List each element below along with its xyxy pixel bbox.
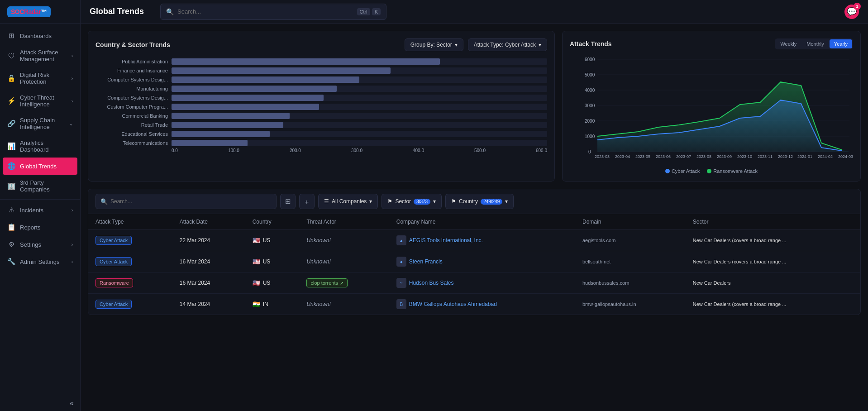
threat-actor-badge[interactable]: clop torrents ↗ [306, 278, 348, 287]
wrench-icon: 🔧 [7, 258, 15, 266]
all-companies-filter[interactable]: ☰ All Companies ▾ [318, 194, 378, 209]
sidebar-item-global-trends[interactable]: 🌐 Global Trends [3, 158, 77, 175]
country-flag: 🇺🇸 [253, 279, 260, 287]
col-company-name: Company Name [389, 214, 575, 230]
search-shortcut: Ctrl K [357, 8, 381, 15]
sidebar-item-attack-surface[interactable]: 🛡 Attack Surface Management › [0, 44, 80, 67]
ctrl-key: Ctrl [357, 8, 370, 15]
attack-type-badge: Ransomware [95, 278, 133, 287]
sector-label: Sector [395, 198, 411, 205]
country-display: 🇺🇸 US [253, 279, 292, 287]
filter-icon: ☰ [324, 198, 329, 205]
col-threat-actor: Threat Actor [299, 214, 389, 230]
chevron-down-icon: ▾ [455, 42, 458, 48]
flag-icon: ⚑ [451, 198, 456, 205]
sidebar-item-label: Cyber Threat Intelligence [20, 94, 67, 108]
table-body: Cyber Attack 22 Mar 2024 🇺🇸 US Unknown! … [88, 230, 860, 315]
svg-text:4000: 4000 [585, 88, 595, 93]
table-search-input[interactable] [110, 198, 272, 205]
axis-label: 200.0 [290, 148, 301, 153]
sidebar-item-label: 3rd Party Companies [20, 179, 73, 193]
sidebar: SOCRadar™ ⊞ Dashboards 🛡 Attack Surface … [0, 0, 81, 411]
chevron-down-icon: ▾ [369, 198, 372, 205]
company-link[interactable]: B BMW Gallops Autohaus Ahmedabad [396, 299, 568, 309]
bar-label: Finance and Insurance [95, 68, 168, 73]
bolt-icon: ⚡ [7, 97, 15, 105]
bar-label: Public Administration [95, 59, 168, 64]
country-code: IN [263, 301, 268, 307]
bar-fill [172, 76, 359, 83]
legend-ransomware-attack: Ransomware Attack [707, 168, 758, 174]
chart-card-header: Country & Sector Trends Group By: Sector… [95, 38, 547, 51]
bar-fill [172, 95, 324, 101]
country-flag: 🇮🇳 [253, 301, 260, 308]
ransomware-dot [707, 169, 711, 173]
sidebar-item-label: Analytics Dashboard [20, 139, 73, 153]
sidebar-logo: SOCRadar™ [0, 0, 80, 24]
sidebar-item-label: Digital Risk Protection [20, 72, 67, 85]
sidebar-item-analytics[interactable]: 📊 Analytics Dashboard [0, 135, 80, 158]
company-link[interactable]: ● Steen Francis [396, 257, 568, 267]
collapse-sidebar-button[interactable]: « [70, 399, 74, 407]
tab-yearly[interactable]: Yearly [830, 39, 852, 48]
sector-filter[interactable]: ⚑ Sector 3/373 ▾ [382, 194, 442, 209]
tab-monthly[interactable]: Monthly [802, 39, 829, 48]
sidebar-item-incidents[interactable]: ⚠ Incidents › [0, 201, 80, 219]
group-by-dropdown[interactable]: Group By: Sector ▾ [405, 38, 463, 51]
sector-text: New Car Dealers (covers a broad range ..… [693, 259, 787, 264]
sidebar-item-dashboards[interactable]: ⊞ Dashboards [0, 27, 80, 44]
country-flag: 🇺🇸 [253, 258, 260, 265]
company-link[interactable]: ~ Hudson Bus Sales [396, 278, 568, 288]
axis-label: 0.0 [172, 148, 178, 153]
notification-badge: 1 [854, 3, 861, 10]
bar-fill [172, 86, 337, 92]
attack-type-dropdown[interactable]: Attack Type: Cyber Attack ▾ [468, 38, 547, 51]
sidebar-item-digital-risk[interactable]: 🔒 Digital Risk Protection › [0, 67, 80, 90]
chevron-right-icon: › [72, 53, 73, 58]
sidebar-item-settings[interactable]: ⚙ Settings › [0, 236, 80, 253]
tab-weekly[interactable]: Weekly [776, 39, 801, 48]
unknown-actor: Unknown! [306, 258, 330, 265]
sidebar-item-cyber-threat[interactable]: ⚡ Cyber Threat Intelligence › [0, 90, 80, 112]
search-input[interactable] [177, 8, 353, 15]
sidebar-item-reports[interactable]: 📋 Reports [0, 219, 80, 236]
attack-chart-title: Attack Trends [570, 40, 612, 48]
data-table: Attack Type Attack Date Country Threat A… [88, 214, 860, 315]
sidebar-item-admin-settings[interactable]: 🔧 Admin Settings › [0, 253, 80, 270]
sector-cell: New Car Dealers (covers a broad range ..… [686, 251, 860, 272]
col-domain: Domain [575, 214, 686, 230]
bar-chart: Public Administration Finance and Insura… [95, 58, 547, 146]
grid-view-button[interactable]: ⊞ [280, 194, 296, 209]
search-icon: 🔍 [166, 8, 174, 15]
country-filter[interactable]: ⚑ Country 249/249 ▾ [445, 194, 514, 209]
col-country: Country [245, 214, 300, 230]
threat-actor-cell: Unknown! [299, 230, 389, 251]
sidebar-item-supply-chain[interactable]: 🔗 Supply Chain Intelligence ⌄ [0, 112, 80, 135]
bar-row: Custom Computer Progra... [95, 104, 547, 110]
chevron-right-icon: › [72, 76, 73, 81]
table-search-box: 🔍 [95, 194, 277, 209]
threat-actor-cell: Unknown! [299, 251, 389, 272]
main-content: Global Trends 🔍 Ctrl K 💬 1 Country & Sec… [81, 0, 868, 411]
attack-trends-svg: 6000 5000 4000 3000 2000 1000 0 [570, 55, 853, 163]
company-link[interactable]: ▲ AEGIS Tools International, Inc. [396, 235, 568, 245]
bar-track [172, 131, 547, 137]
axis-label: 300.0 [351, 148, 362, 153]
page-title: Global Trends [90, 7, 144, 16]
add-button[interactable]: + [299, 194, 315, 209]
all-companies-label: All Companies [332, 198, 367, 205]
table-toolbar: 🔍 ⊞ + ☰ All Companies ▾ ⚑ Sector 3/373 ▾ [88, 189, 860, 214]
unknown-actor: Unknown! [306, 237, 330, 244]
sidebar-item-3rd-party[interactable]: 🏢 3rd Party Companies [0, 175, 80, 197]
attack-type-cell: Cyber Attack [88, 230, 172, 251]
bar-track [172, 95, 547, 101]
svg-text:2023-03: 2023-03 [595, 154, 610, 159]
svg-text:5000: 5000 [585, 72, 595, 77]
company-name-cell: ~ Hudson Bus Sales [389, 272, 575, 294]
svg-text:2023-05: 2023-05 [635, 154, 650, 159]
attack-type-cell: Cyber Attack [88, 294, 172, 315]
attack-date-cell: 16 Mar 2024 [172, 272, 245, 294]
country-display: 🇺🇸 US [253, 258, 292, 265]
logo-radar: Radar [24, 8, 41, 15]
attack-type-badge: Cyber Attack [95, 257, 132, 266]
